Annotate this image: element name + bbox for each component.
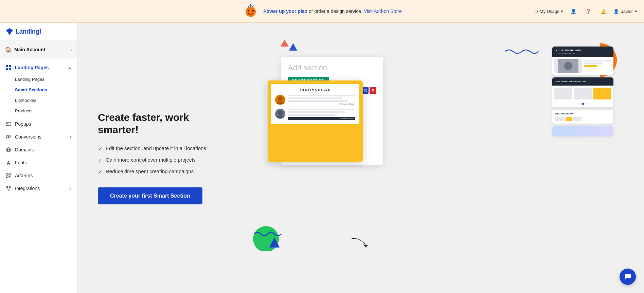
feature-text-2: Gain more control over multiple projects — [106, 157, 196, 163]
svg-point-21 — [6, 186, 8, 188]
avatar-icon: 👤 — [613, 9, 619, 14]
svg-point-13 — [7, 135, 8, 137]
svg-rect-35 — [365, 89, 367, 91]
svg-point-23 — [8, 189, 9, 190]
my-usage-chevron-icon: ▾ — [561, 9, 563, 14]
svg-marker-27 — [281, 40, 289, 47]
check-icon-1: ✓ — [98, 146, 102, 152]
sidebar-item-landing-pages[interactable]: Landing Pages ▲ — [0, 61, 77, 74]
svg-point-38 — [278, 110, 283, 115]
my-usage-button[interactable]: ⏱ My Usage ▾ — [534, 9, 564, 14]
svg-rect-10 — [9, 68, 11, 70]
help-icon-button[interactable]: ❓ — [584, 6, 593, 16]
toolbar-delete-button[interactable] — [370, 87, 376, 94]
user-icon-button[interactable]: 👤 — [569, 6, 578, 16]
sidebar-item-conversions[interactable]: Conversions ▾ — [0, 130, 77, 143]
testimonial-item-2: Michael Walker — [275, 109, 355, 120]
sidebar-item-popups[interactable]: Popups — [0, 117, 77, 130]
sidebar-item-integrations[interactable]: Integrations ↗ — [0, 182, 77, 195]
svg-marker-4 — [250, 4, 252, 5]
gradient-card — [552, 126, 613, 136]
user-profile-button[interactable]: 👤 Javier ▾ — [613, 9, 637, 14]
chat-icon — [624, 273, 631, 280]
sidebar-item-landing-pages-sub[interactable]: Landing Pages — [0, 74, 77, 85]
trusted-card: Who Trusted Us — [552, 110, 613, 124]
product-card: Your Product Presented In Line — [552, 77, 613, 107]
svg-rect-9 — [6, 68, 8, 70]
sidebar-item-fonts[interactable]: A Fonts — [0, 156, 77, 169]
my-usage-label: My Usage — [540, 9, 560, 14]
svg-rect-34 — [364, 90, 366, 92]
sidebar-item-addons[interactable]: Add-ons — [0, 169, 77, 182]
create-smart-section-button[interactable]: Create your first Smart Section — [98, 187, 202, 204]
bell-icon: 🔔 — [601, 9, 606, 14]
user-chevron-icon: ▾ — [635, 9, 637, 14]
integrations-label: Integrations — [15, 186, 40, 191]
deco-bottom-arrow — [349, 236, 370, 251]
notifications-icon-button[interactable]: 🔔 — [598, 6, 608, 16]
testimonials-card: TESTIMONIALS Amanda Baker — [268, 80, 363, 162]
landing-pages-label: Landing Pages — [15, 65, 49, 70]
svg-point-0 — [246, 7, 256, 17]
page-title: Create faster, work smarter! — [98, 111, 227, 136]
feature-item-1: ✓ Edit the section, and update it in all… — [98, 145, 227, 152]
svg-point-2 — [252, 10, 254, 12]
conversions-icon — [5, 134, 12, 140]
sidebar-item-products[interactable]: Products — [0, 106, 77, 116]
svg-line-6 — [252, 5, 253, 7]
sidebar-nav: Landing Pages ▲ Landing Pages Smart Sect… — [0, 58, 77, 293]
mascot-icon — [242, 3, 259, 20]
svg-rect-7 — [6, 65, 8, 67]
svg-line-5 — [248, 5, 249, 7]
add-section-text: Add section — [288, 63, 376, 72]
svg-point-14 — [9, 135, 11, 137]
content-area: Create faster, work smarter! ✓ Edit the … — [77, 23, 644, 293]
conversions-label: Conversions — [15, 134, 41, 140]
popups-icon — [5, 121, 12, 127]
svg-line-26 — [9, 188, 10, 189]
svg-point-1 — [248, 10, 249, 12]
top-banner: Power up your plan or order a design ser… — [0, 0, 644, 23]
chat-button[interactable] — [620, 269, 636, 285]
popups-left: Popups — [5, 121, 31, 127]
right-cards-stack: YOUR MUSIC APP -25% all Headphones — [552, 47, 613, 136]
feature-text-1: Edit the section, and update it in all l… — [106, 145, 206, 151]
svg-marker-31 — [269, 237, 280, 248]
landing-pages-submenu: Landing Pages Smart Sections Lightboxes … — [0, 74, 77, 116]
conversions-left: Conversions — [5, 134, 41, 140]
svg-line-25 — [7, 188, 8, 189]
account-chevron-icon: › — [71, 47, 72, 52]
fonts-icon: A — [5, 160, 12, 166]
sidebar: Landingi 🏠 Main Account › — [0, 23, 77, 293]
svg-marker-39 — [363, 244, 368, 248]
svg-point-22 — [9, 186, 11, 188]
integrations-icon — [5, 185, 12, 191]
content-left: Create faster, work smarter! ✓ Edit the … — [98, 111, 227, 204]
home-icon: 🏠 — [5, 46, 12, 53]
sidebar-account[interactable]: 🏠 Main Account › — [0, 41, 77, 58]
product-label: Your Product Presented In Line — [556, 80, 610, 83]
fonts-label: Fonts — [15, 160, 27, 165]
sidebar-logo: Landingi — [0, 23, 77, 41]
main-layout: Landingi 🏠 Main Account › — [0, 23, 644, 293]
sidebar-item-lightboxes[interactable]: Lightboxes — [0, 95, 77, 106]
banner-or-text: or order a design service. — [309, 8, 364, 14]
domains-icon — [5, 147, 12, 153]
addons-left: Add-ons — [5, 172, 33, 179]
visit-store-link[interactable]: Visit Add-on Store — [364, 8, 402, 14]
popups-label: Popups — [15, 121, 31, 127]
sidebar-item-smart-sections[interactable]: Smart Sections — [0, 85, 77, 95]
sidebar-item-domains[interactable]: Domains — [0, 143, 77, 156]
check-icon-3: ✓ — [98, 169, 102, 175]
feature-text-3: Reduce time spent creating campaigns — [106, 168, 194, 174]
toolbar-copy-button[interactable] — [362, 87, 369, 94]
testimonial-name-2: Michael Walker — [288, 117, 355, 120]
svg-marker-28 — [289, 43, 297, 51]
landing-pages-section: Landing Pages ▲ Landing Pages Smart Sect… — [0, 61, 77, 116]
landing-pages-left: Landing Pages — [5, 65, 49, 71]
svg-point-37 — [278, 96, 283, 101]
feature-item-3: ✓ Reduce time spent creating campaigns — [98, 168, 227, 175]
conversions-chevron-icon: ▾ — [70, 135, 72, 139]
help-icon: ❓ — [586, 9, 591, 14]
power-up-link[interactable]: Power up your plan — [263, 8, 307, 14]
